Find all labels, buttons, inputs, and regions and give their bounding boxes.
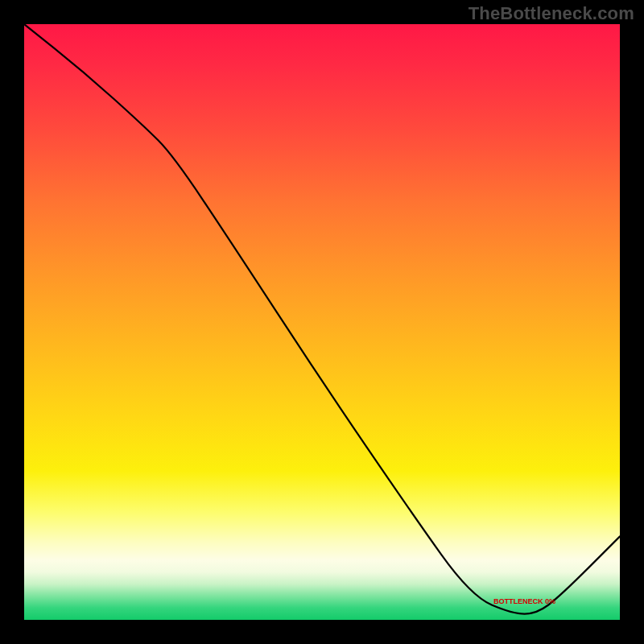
watermark-text: TheBottleneck.com: [469, 3, 634, 24]
data-label: BOTTLENECK 0%: [493, 597, 555, 605]
chart-frame: TheBottleneck.com BOTTLENECK 0%: [0, 0, 644, 644]
bottleneck-line: [24, 24, 620, 614]
plot-area: BOTTLENECK 0%: [24, 24, 620, 620]
chart-svg: [24, 24, 620, 620]
